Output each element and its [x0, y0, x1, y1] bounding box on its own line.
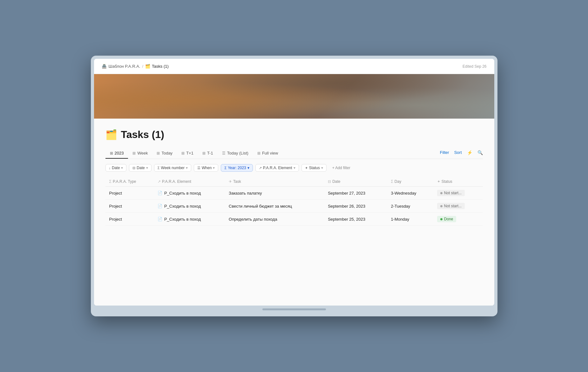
- tab-tplus1-label: T+1: [186, 151, 193, 155]
- col-status: ✦Status: [433, 177, 483, 187]
- cell-type-1: Project: [105, 187, 154, 200]
- col-para-element-icon: ↗: [158, 179, 161, 184]
- status-badge-3: Done: [437, 216, 456, 222]
- cell-status-3: Done: [433, 213, 483, 226]
- page-title-row: 🗂️ Tasks (1): [105, 129, 483, 141]
- breadcrumb: 🏯 Шаблон P.A.R.A. / 🗂️ Tasks (1): [102, 64, 169, 69]
- tab-week-icon: ⊞: [132, 151, 136, 155]
- hero-overlay: [94, 74, 494, 119]
- tab-today-label: Today: [161, 151, 172, 155]
- scroll-bar[interactable]: [262, 308, 326, 310]
- col-para-type-icon: Σ: [109, 179, 112, 184]
- cell-day-2: 2-Tuesday: [387, 200, 433, 213]
- tab-tminus1-label: T-1: [207, 151, 213, 155]
- tab-today-list[interactable]: ☰ Today (List): [218, 148, 253, 159]
- filter-chip-year[interactable]: Σ Year: 2023 ▾: [221, 164, 253, 172]
- tab-week[interactable]: ⊞ Week: [128, 148, 152, 159]
- breadcrumb-separator: /: [142, 64, 143, 69]
- tab-today[interactable]: ⊞ Today: [152, 148, 177, 159]
- cell-date-1: September 27, 2023: [324, 187, 387, 200]
- tab-2023[interactable]: ⊞ 2023: [105, 148, 128, 159]
- filter-chip-status[interactable]: ✦ Status ▾: [301, 164, 327, 172]
- tab-today-icon: ⊞: [157, 151, 160, 155]
- filter-chip-when[interactable]: ☰ When ▾: [194, 164, 218, 172]
- filter-chip-date-cal[interactable]: ⊟ Date ▾: [129, 164, 151, 172]
- col-day-icon: Σ: [391, 179, 393, 184]
- cell-status-2: Not start...: [433, 200, 483, 213]
- filter-bar: ↓ Date ▾ ⊟ Date ▾ Σ Week number ▾ ☰ When: [105, 164, 483, 172]
- cell-date-2: September 26, 2023: [324, 200, 387, 213]
- status-dot-1: [440, 192, 443, 194]
- top-bar: 🏯 Шаблон P.A.R.A. / 🗂️ Tasks (1) Edited …: [94, 59, 494, 74]
- breadcrumb-current-icon: 🗂️: [145, 64, 150, 69]
- tab-tplus1-icon: ⊞: [181, 151, 185, 155]
- tab-tminus1-icon: ⊞: [202, 151, 206, 155]
- cell-type-2: Project: [105, 200, 154, 213]
- screen-inner: 🏯 Шаблон P.A.R.A. / 🗂️ Tasks (1) Edited …: [94, 59, 494, 306]
- col-status-icon: ✦: [437, 179, 440, 184]
- table-row[interactable]: Project 📄 Р_Сходить в поход Определить д…: [105, 213, 483, 226]
- col-para-element: ↗P.A.R.A. Element: [154, 177, 225, 187]
- table-header-row: ΣP.A.R.A. Type ↗P.A.R.A. Element ✈Task ⊟…: [105, 177, 483, 187]
- cell-task-2: Свести личный бюджет за месяц: [225, 200, 324, 213]
- cell-date-3: September 25, 2023: [324, 213, 387, 226]
- search-icon[interactable]: 🔍: [477, 150, 483, 155]
- col-date-icon: ⊟: [328, 179, 331, 184]
- cell-element-2: 📄 Р_Сходить в поход: [154, 200, 225, 213]
- breadcrumb-parent-icon: 🏯: [102, 64, 107, 69]
- filter-chip-para-element[interactable]: ↗ P.A.R.A. Element ▾: [255, 164, 299, 172]
- tab-week-label: Week: [137, 151, 148, 155]
- page-title: Tasks (1): [121, 129, 164, 141]
- sort-button[interactable]: Sort: [454, 150, 462, 155]
- screen-frame: 🏯 Шаблон P.A.R.A. / 🗂️ Tasks (1) Edited …: [91, 56, 497, 316]
- filter-chip-date-down[interactable]: ↓ Date ▾: [105, 164, 127, 172]
- tabs-row: ⊞ 2023 ⊞ Week ⊞ Today ⊞ T+1: [105, 148, 483, 159]
- cell-status-1: Not start...: [433, 187, 483, 200]
- add-filter-button[interactable]: + Add filter: [329, 164, 354, 171]
- tab-2023-icon: ⊞: [110, 151, 113, 155]
- breadcrumb-current: 🗂️ Tasks (1): [145, 64, 169, 69]
- col-date: ⊟Date: [324, 177, 387, 187]
- cell-type-3: Project: [105, 213, 154, 226]
- tab-full-view-icon: ⊞: [257, 151, 260, 155]
- filter-button[interactable]: Filter: [440, 150, 449, 155]
- tab-today-list-label: Today (List): [227, 151, 248, 155]
- table-row[interactable]: Project 📄 Р_Сходить в поход Заказать пал…: [105, 187, 483, 200]
- cell-day-1: 3-Wednesday: [387, 187, 433, 200]
- cell-task-1: Заказать палатку: [225, 187, 324, 200]
- tab-2023-label: 2023: [115, 151, 124, 155]
- status-badge-2: Not start...: [437, 203, 465, 209]
- hero-image: [94, 74, 494, 119]
- table-row[interactable]: Project 📄 Р_Сходить в поход Свести личны…: [105, 200, 483, 213]
- col-task-icon: ✈: [229, 179, 232, 184]
- tab-tplus1[interactable]: ⊞ T+1: [177, 148, 198, 159]
- main-content: 🗂️ Tasks (1) ⊞ 2023 ⊞ Week ⊞ Toda: [94, 119, 494, 306]
- cell-element-1: 📄 Р_Сходить в поход: [154, 187, 225, 200]
- page-title-icon: 🗂️: [105, 129, 117, 140]
- edited-label: Edited Sep 26: [463, 64, 486, 69]
- cell-element-3: 📄 Р_Сходить в поход: [154, 213, 225, 226]
- lightning-icon[interactable]: ⚡: [467, 150, 472, 155]
- tab-full-view-label: Full view: [262, 151, 278, 155]
- tab-today-list-icon: ☰: [222, 151, 226, 155]
- doc-icon-1: 📄: [158, 191, 162, 195]
- cell-day-3: 1-Monday: [387, 213, 433, 226]
- breadcrumb-current-label[interactable]: Tasks (1): [152, 64, 169, 69]
- tab-full-view[interactable]: ⊞ Full view: [253, 148, 283, 159]
- filter-chip-week-number[interactable]: Σ Week number ▾: [154, 164, 191, 172]
- status-dot-3: [440, 218, 443, 220]
- tabs-right: Filter Sort ⚡ 🔍: [440, 150, 483, 157]
- col-day: ΣDay: [387, 177, 433, 187]
- doc-icon-2: 📄: [158, 204, 162, 208]
- tabs-left: ⊞ 2023 ⊞ Week ⊞ Today ⊞ T+1: [105, 148, 283, 159]
- status-dot-2: [440, 205, 443, 207]
- doc-icon-3: 📄: [158, 217, 162, 221]
- col-para-type: ΣP.A.R.A. Type: [105, 177, 154, 187]
- breadcrumb-parent-label[interactable]: Шаблон P.A.R.A.: [109, 64, 140, 69]
- tab-tminus1[interactable]: ⊞ T-1: [198, 148, 218, 159]
- cell-task-3: Определить даты похода: [225, 213, 324, 226]
- status-badge-1: Not start...: [437, 190, 465, 196]
- bottom-frame: [94, 306, 494, 313]
- col-task: ✈Task: [225, 177, 324, 187]
- data-table: ΣP.A.R.A. Type ↗P.A.R.A. Element ✈Task ⊟…: [105, 177, 483, 226]
